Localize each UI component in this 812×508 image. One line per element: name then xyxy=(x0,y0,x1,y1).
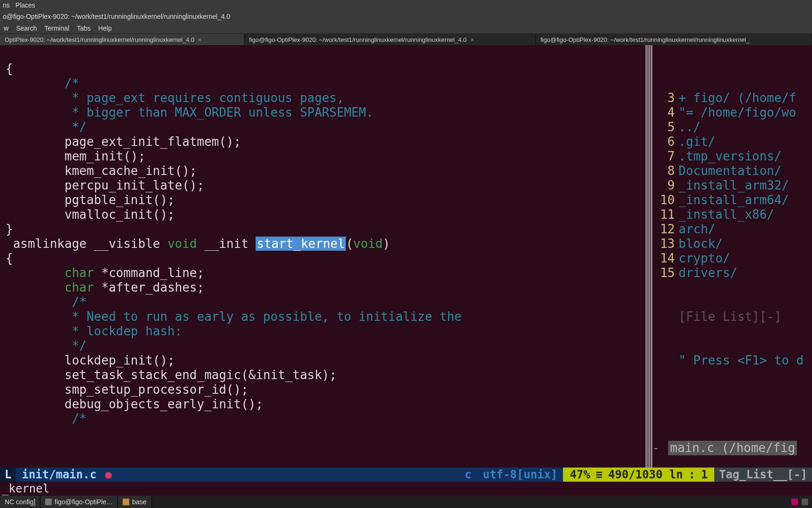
line-num: 3 xyxy=(652,91,679,105)
file-tree-label: .tmp_versions/ xyxy=(679,149,781,164)
vim-editor[interactable]: { /* * page_ext requires contiguous page… xyxy=(0,45,812,468)
taskbar-label: NC config] xyxy=(5,498,35,506)
menu-terminal[interactable]: Terminal xyxy=(40,24,73,32)
menu-search[interactable]: Search xyxy=(12,24,40,32)
file-tree-item[interactable]: 5../ xyxy=(652,120,812,135)
code-line: char *after_dashes; xyxy=(6,280,204,294)
vertical-split-divider[interactable] xyxy=(646,45,652,468)
window-titlebar: o@figo-OptiPlex-9020: ~/work/test1/runni… xyxy=(0,10,812,23)
tab-label: figo@figo-OptiPlex-9020: ~/work/test1/ru… xyxy=(540,36,750,43)
code-line: lockdep_init(); xyxy=(6,353,175,367)
file-tree-item[interactable]: 15drivers/ xyxy=(652,266,812,280)
line-num: 11 xyxy=(652,207,679,222)
file-tree-item[interactable]: 13block/ xyxy=(652,237,812,251)
file-tree-item[interactable]: 4"= /home/figo/wo xyxy=(652,105,812,120)
status-encoding: utf-8[unix] xyxy=(477,468,563,481)
tab-close-icon[interactable]: × xyxy=(470,36,474,43)
code-comment: */ xyxy=(6,339,86,353)
code-line: } xyxy=(6,222,13,236)
file-tree-label: .git/ xyxy=(679,135,715,149)
code-keyword: char xyxy=(64,266,94,280)
line-num: 13 xyxy=(652,237,679,251)
file-tree[interactable]: 3+ figo/ (/home/f4"= /home/figo/wo5../6.… xyxy=(652,91,812,280)
file-tree-item[interactable]: 12arch/ xyxy=(652,222,812,237)
taskbar-label: figo@figo-OptiPle… xyxy=(55,498,113,506)
status-mode: L xyxy=(0,468,16,482)
taskbar-label: base xyxy=(132,498,146,506)
bars-icon: ≡ xyxy=(596,468,602,481)
taskbar-item-1[interactable]: NC config] xyxy=(0,496,40,508)
gnome-bottom-panel: NC config] figo@figo-OptiPle… base xyxy=(0,496,812,508)
code-line: { xyxy=(6,62,13,76)
menu-view[interactable]: w xyxy=(0,24,12,32)
file-tree-item[interactable]: 11_install_x86/ xyxy=(652,207,812,222)
file-tree-item[interactable]: 14crypto/ xyxy=(652,251,812,266)
file-tree-item[interactable]: 10_install_arm64/ xyxy=(652,193,812,207)
file-tree-label: "= /home/figo/wo xyxy=(679,105,796,120)
code-line: debug_objects_early_init(); xyxy=(6,397,263,411)
vim-command-line[interactable]: _kernel xyxy=(0,482,812,496)
terminal-tab-1[interactable]: OptiPlex-9020: ~/work/test1/runninglinux… xyxy=(0,34,244,45)
tab-close-icon[interactable]: × xyxy=(198,36,202,43)
file-tree-label: ../ xyxy=(679,120,701,135)
code-line: percpu_init_late(); xyxy=(6,178,204,192)
code-token: asmlinkage __visible xyxy=(13,237,168,251)
panel-menu-places[interactable]: Places xyxy=(16,1,35,9)
code-token: __init xyxy=(197,237,256,251)
taskbar-item-3[interactable]: base xyxy=(118,496,151,508)
panel-menu-apps[interactable]: ns xyxy=(3,1,10,9)
line-num: 10 xyxy=(652,193,679,207)
tray-icon-1[interactable] xyxy=(791,499,798,505)
terminal-icon xyxy=(45,499,52,505)
status-colon: : xyxy=(688,468,695,481)
line-num: 7 xyxy=(652,149,679,164)
file-tree-item[interactable]: 8Documentation/ xyxy=(652,164,812,178)
code-pane[interactable]: { /* * page_ext requires contiguous page… xyxy=(0,45,646,468)
code-keyword: void xyxy=(167,237,197,251)
code-line: pgtable_init(); xyxy=(6,193,175,207)
file-tree-label: + figo/ (/home/f xyxy=(679,91,796,105)
status-lines: 490/1030 ln xyxy=(608,468,683,481)
help-hint: " Press <F1> to d xyxy=(679,353,804,368)
file-tree-item[interactable]: 7.tmp_versions/ xyxy=(652,149,812,164)
tray-icon-2[interactable] xyxy=(802,499,808,505)
line-num: 9 xyxy=(652,178,679,193)
code-token: *after_dashes; xyxy=(94,280,204,294)
code-comment: /* xyxy=(13,412,87,426)
code-line: page_ext_init_flatmem(); xyxy=(6,135,241,149)
line-num xyxy=(652,310,679,324)
status-modified-icon: ● xyxy=(105,468,111,481)
code-line: mem_init(); xyxy=(6,149,145,163)
code-token: ) xyxy=(383,237,390,251)
terminal-tab-3[interactable]: figo@figo-OptiPlex-9020: ~/work/test1/ru… xyxy=(536,34,812,45)
side-pane[interactable]: 3+ figo/ (/home/f4"= /home/figo/wo5../6.… xyxy=(652,45,812,468)
code-line: kmem_cache_init(); xyxy=(6,164,197,178)
code-fn-sig: asmlinkage __visible void __init start_k… xyxy=(13,237,390,251)
menu-help[interactable]: Help xyxy=(94,24,116,32)
file-tree-item[interactable]: 6.git/ xyxy=(652,135,812,149)
terminal-tab-2[interactable]: figo@figo-OptiPlex-9020: ~/work/test1/ru… xyxy=(244,34,536,45)
code-line: { xyxy=(6,251,13,265)
gnome-top-panel: ns Places xyxy=(0,0,812,10)
line-num: 15 xyxy=(652,266,679,280)
status-position: 47% ≡ 490/1030 ln : 1 xyxy=(563,468,714,482)
file-tree-item[interactable]: 3+ figo/ (/home/f xyxy=(652,91,812,105)
code-comment: * lockdep hash: xyxy=(6,324,182,338)
tab-label: figo@figo-OptiPlex-9020: ~/work/test1/ru… xyxy=(249,36,467,43)
line-num xyxy=(652,353,679,368)
tab-label: OptiPlex-9020: ~/work/test1/runninglinux… xyxy=(5,36,195,43)
code-line xyxy=(6,412,13,426)
code-token: *command_line; xyxy=(94,266,204,280)
tag-tree-pipe: - xyxy=(652,441,668,455)
status-filename: init/main.c xyxy=(16,468,102,481)
status-percent: 47% xyxy=(570,468,590,481)
code-keyword: void xyxy=(353,237,383,251)
line-num: 5 xyxy=(652,120,679,135)
code-line: set_task_stack_end_magic(&init_task); xyxy=(6,368,336,382)
file-tree-label: arch/ xyxy=(679,222,715,237)
code-comment: */ xyxy=(6,120,86,134)
taglist-file-header[interactable]: main.c (/home/fig xyxy=(668,441,797,455)
file-tree-item[interactable]: 9_install_arm32/ xyxy=(652,178,812,193)
menu-tabs[interactable]: Tabs xyxy=(73,24,94,32)
taskbar-item-2[interactable]: figo@figo-OptiPle… xyxy=(40,496,118,508)
